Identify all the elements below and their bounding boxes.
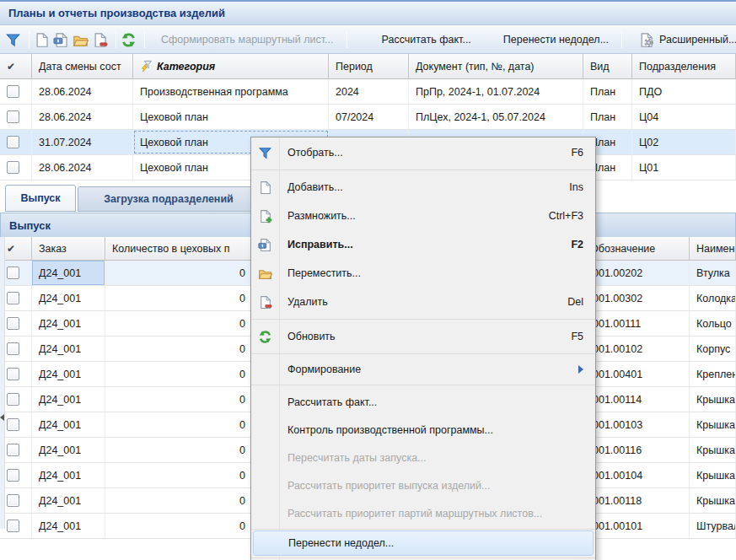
row-checkbox[interactable] (7, 520, 19, 532)
cell-qty[interactable]: 0 (105, 337, 253, 361)
column-header[interactable]: Период (329, 54, 409, 78)
row-checkbox[interactable] (7, 469, 19, 482)
row-checkbox[interactable] (7, 161, 19, 174)
cell-order[interactable]: Д24_001 (32, 261, 105, 285)
cell-order[interactable]: Д24_001 (32, 337, 105, 361)
cell-name[interactable]: Крышка (690, 463, 736, 487)
column-header[interactable]: Документ (тип, №, дата) (409, 54, 583, 78)
cell-designation[interactable]: 001.00202 (583, 261, 690, 285)
row-checkbox[interactable] (7, 393, 19, 406)
edit-button[interactable] (53, 29, 69, 51)
cell-order[interactable]: Д24_001 (32, 438, 105, 462)
cell-date[interactable]: 31.07.2024 (32, 130, 133, 154)
menu-item-6[interactable]: УдалитьDel (251, 288, 595, 316)
cell-order[interactable]: Д24_001 (32, 488, 105, 513)
cell-order[interactable]: Д24_001 (32, 362, 105, 386)
cell-qty[interactable]: 0 (105, 286, 253, 310)
cell-designation[interactable]: 001.00116 (583, 438, 690, 462)
cell-period[interactable]: 07/2024 (329, 105, 409, 129)
column-header[interactable]: Подразделения (632, 54, 736, 78)
column-header[interactable]: Количество в цеховых п (105, 237, 253, 260)
cell-document[interactable]: ПлЦех, 2024-1, 05.07.2024 (409, 105, 583, 129)
move-button[interactable] (73, 29, 89, 51)
cell-date[interactable]: 28.06.2024 (32, 155, 133, 180)
cell-designation[interactable]: 001.00104 (583, 463, 690, 487)
select-all-header[interactable]: ✔ (0, 54, 32, 78)
cell-designation[interactable]: 001.00111 (583, 311, 690, 336)
menu-item-4[interactable]: Исправить...F2 (251, 230, 595, 259)
cell-document[interactable]: ПрПр, 2024-1, 01.07.2024 (409, 79, 583, 104)
row-checkbox[interactable] (7, 136, 19, 148)
cell-designation[interactable]: 001.00103 (583, 412, 690, 437)
row-checkbox[interactable] (7, 444, 19, 456)
column-header[interactable]: Дата смены сост (32, 54, 133, 78)
cell-name[interactable]: Корпус (690, 337, 736, 361)
cell-designation[interactable]: 001.00101 (583, 514, 690, 538)
cell-period[interactable]: 2024 (329, 79, 409, 104)
menu-item-15[interactable]: Рассчитать приоритет выпуска изделий... (251, 471, 595, 499)
cell-name[interactable]: Штурвал (690, 514, 736, 538)
cell-designation[interactable]: 001.00118 (583, 488, 690, 513)
refresh-button[interactable] (121, 29, 137, 51)
cell-name[interactable]: Кольцо (690, 311, 736, 336)
cell-order[interactable]: Д24_001 (32, 412, 105, 437)
cell-category[interactable]: Производственная программа (133, 79, 329, 104)
calc-fact-button[interactable]: Рассчитать факт... (373, 29, 480, 51)
cell-qty[interactable]: 0 (105, 514, 253, 538)
tab-vypusk[interactable]: Выпуск (5, 185, 76, 212)
menu-item-10[interactable]: Формирование (251, 357, 595, 382)
transfer-backlog-button[interactable]: Перенести недодел... (495, 29, 617, 51)
cell-division[interactable]: Ц02 (632, 130, 736, 154)
cell-order[interactable]: Д24_001 (32, 311, 105, 336)
column-header[interactable]: Наименование (690, 237, 736, 260)
plans-table-row[interactable]: 28.06.2024Цеховой план07/2024ПлЦех, 2024… (0, 105, 736, 130)
row-checkbox[interactable] (7, 494, 19, 507)
cell-designation[interactable]: 001.00102 (583, 337, 690, 361)
menu-item-14[interactable]: Пересчитать даты запуска... (251, 444, 595, 471)
cell-qty[interactable]: 0 (105, 412, 253, 437)
filter-button[interactable] (5, 29, 21, 51)
menu-item-8[interactable]: ОбновитьF5 (251, 322, 595, 351)
cell-designation[interactable]: 001.00302 (583, 286, 690, 310)
cell-qty[interactable]: 0 (105, 438, 253, 462)
cell-name[interactable]: Крышка (690, 387, 736, 412)
cell-qty[interactable]: 0 (105, 311, 253, 336)
menu-item-0[interactable]: Отобрать...F6 (251, 138, 595, 167)
cell-kind[interactable]: План (583, 105, 632, 129)
menu-item-2[interactable]: Добавить...Ins (251, 173, 595, 202)
cell-name[interactable]: Колодка (690, 286, 736, 310)
menu-item-12[interactable]: Рассчитать факт... (251, 388, 595, 416)
cell-order[interactable]: Д24_001 (32, 514, 105, 538)
menu-item-13[interactable]: Контроль производственной программы... (251, 416, 595, 444)
cell-date[interactable]: 28.06.2024 (32, 79, 133, 104)
tab-zagruzka-podrazdelenij[interactable]: Загрузка подразделений (78, 186, 260, 212)
extended-button[interactable]: Расширенный... (630, 29, 736, 51)
cell-order[interactable]: Д24_001 (32, 463, 105, 487)
cell-date[interactable]: 28.06.2024 (32, 105, 133, 129)
menu-item-16[interactable]: Рассчитать приоритет партий маршрутных л… (251, 499, 595, 527)
cell-designation[interactable]: 001.00401 (583, 362, 690, 386)
cell-qty[interactable]: 0 (105, 488, 253, 513)
delete-button[interactable] (92, 29, 108, 51)
column-header[interactable]: Обозначение (583, 237, 690, 260)
cell-name[interactable]: Крышка (690, 488, 736, 513)
cell-order[interactable]: Д24_001 (32, 387, 105, 412)
cell-category[interactable]: Цеховой план (133, 105, 329, 129)
row-checkbox[interactable] (7, 317, 19, 330)
row-checkbox[interactable] (7, 342, 19, 355)
menu-item-3[interactable]: Размножить...Ctrl+F3 (251, 202, 595, 230)
cell-designation[interactable]: 001.00114 (583, 387, 690, 412)
plans-table-row[interactable]: 28.06.2024Производственная программа2024… (0, 79, 736, 105)
collapse-splitter-icon[interactable] (0, 410, 6, 425)
column-header[interactable]: Категория (133, 54, 329, 78)
cell-kind[interactable]: План (583, 79, 632, 104)
cell-qty[interactable]: 0 (105, 463, 253, 487)
cell-qty[interactable]: 0 (105, 261, 253, 285)
menu-item-5[interactable]: Переместить... (251, 259, 595, 288)
add-button[interactable] (34, 29, 50, 51)
cell-division[interactable]: Ц04 (632, 105, 736, 129)
cell-name[interactable]: Втулка (690, 261, 736, 285)
cell-qty[interactable]: 0 (105, 387, 253, 412)
row-checkbox[interactable] (7, 368, 19, 380)
column-header[interactable]: Вид (583, 54, 632, 78)
